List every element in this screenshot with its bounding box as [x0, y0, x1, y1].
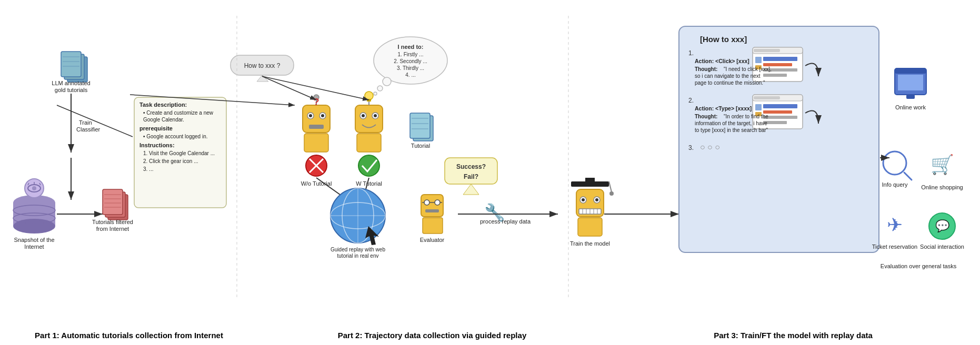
tutorial-book2 — [410, 113, 430, 138]
instr3: 3. ... — [143, 166, 153, 172]
thought2-text2: information of the target, i have — [695, 120, 767, 126]
w-label: W Tutorial — [356, 180, 382, 187]
instructions-title: Instructions: — [139, 142, 175, 148]
search-handle — [904, 172, 912, 180]
eval-body — [423, 218, 443, 234]
robot1-pupil-r — [321, 114, 324, 117]
monitor-stand — [906, 95, 915, 99]
thought2-text1: "In order to find the — [724, 114, 768, 119]
llm-book3 — [61, 52, 81, 77]
monitor-screen — [898, 75, 923, 90]
eye-pupil — [32, 186, 36, 190]
browser1-line1 — [763, 57, 797, 61]
thought-dot2 — [377, 86, 383, 91]
fail-text: Fail? — [464, 173, 478, 180]
llm-label1: LLM annotated — [52, 80, 90, 86]
eval-glass-r — [435, 200, 440, 205]
action2-label: Action: <Type> [xxxx] — [695, 105, 752, 111]
thought1-text1: "I need to click [xxx], — [724, 66, 772, 72]
train-model-label: Train the model — [570, 240, 610, 247]
grad-cap-stem — [585, 178, 595, 183]
eval-tasks-label: Evaluation over general tasks — [881, 263, 957, 269]
howto-bubble-text: How to xxx ? — [244, 62, 281, 69]
step1-num: 1. — [688, 49, 694, 57]
prereq-title: prerequisite — [139, 125, 173, 131]
robot2-head — [355, 105, 383, 133]
thought-2: 2. Secondly ... — [394, 58, 427, 64]
train-label: Train — [79, 119, 92, 126]
thought-dot3 — [374, 92, 377, 95]
eval-glass-l — [424, 200, 429, 205]
browser1-icon1 — [755, 57, 762, 63]
part1-label: Part 1: Automatic tutorials collection f… — [16, 331, 242, 340]
step3-dots: ○ ○ ○ — [700, 143, 720, 151]
tassel-end — [609, 191, 614, 196]
info-query-label: Info query — [882, 181, 908, 188]
airplane-icon: ✈ — [887, 214, 903, 236]
robot2-pupil-r — [374, 114, 377, 117]
diagram-svg: Snapshot of the Internet Tutorials filte… — [0, 0, 980, 326]
robot2-body — [357, 134, 381, 152]
task-desc-bullet2: Google Calendar. — [143, 117, 184, 123]
browser1-line4 — [763, 74, 787, 77]
instr1: 1. Visit the Google Calendar ... — [143, 150, 215, 156]
process-replay-label: process replay data — [480, 218, 531, 225]
llm-label2: gold tutorials — [55, 87, 88, 93]
action1-label: Action: <Click> [xxx] — [695, 58, 749, 64]
grad-pupil-l — [582, 198, 585, 201]
online-shopping-label: Online shopping — [921, 184, 963, 190]
thought-4: 4. ... — [405, 72, 415, 78]
step3-num: 3. — [688, 144, 694, 151]
howto-card-title: [How to xxx] — [700, 35, 747, 44]
robot1-body — [304, 134, 328, 152]
lightbulb — [365, 92, 373, 100]
thought1-text2: so i can navigate to the next — [695, 73, 761, 79]
prereq-bullet: • Google account logged in. — [143, 134, 207, 139]
snapshot-label2: Internet — [24, 243, 44, 250]
social-icon: 💬 — [935, 219, 950, 233]
robot2-pupil-l — [362, 114, 365, 117]
thought2-text3: to type [xxxx] in the search bar" — [695, 127, 768, 133]
tassel-line — [609, 181, 612, 192]
book3 — [103, 189, 123, 215]
step2-num: 2. — [688, 97, 694, 104]
arrow-howto-robot1 — [262, 76, 316, 100]
ticket-reservation-label: Ticket reservation — [872, 243, 917, 250]
snapshot-label1: Snapshot of the — [14, 237, 54, 243]
thought-ineed: I need to: — [398, 44, 424, 50]
robot1-pupil-l — [309, 114, 312, 117]
robot1-question: ? — [314, 97, 319, 107]
shopping-cart-icon: 🛒 — [931, 153, 954, 176]
thought-3: 3. Thirdly ... — [397, 65, 424, 71]
guided-replay-label1: Guided replay with web — [331, 247, 385, 252]
eval-robot-head — [421, 195, 443, 217]
browser2-icon1 — [755, 104, 762, 110]
thought1-text3: page to continue the mission." — [695, 80, 765, 86]
classifier-label: Classifier — [76, 126, 101, 133]
tutorials-label1: Tutorials filtered — [92, 219, 133, 225]
check-badge-circle — [358, 155, 379, 176]
success-text: Success? — [456, 163, 486, 170]
online-work-label: Online work — [895, 104, 926, 110]
browser2-line3 — [763, 116, 797, 119]
evaluator-label: Evaluator — [420, 237, 445, 243]
part2-label: Part 2: Trajectory data collection via g… — [274, 331, 590, 340]
thought-dot1 — [383, 77, 391, 86]
thought2-label: Thought: — [695, 114, 717, 119]
instr2: 2. Click the gear icon ... — [143, 158, 198, 164]
eval-mouth — [425, 209, 439, 212]
monitor-top — [895, 68, 926, 74]
browser2-url — [754, 96, 780, 99]
main-container: Snapshot of the Internet Tutorials filte… — [0, 0, 980, 345]
task-desc-title: Task description: — [139, 102, 187, 108]
thought-1: 1. Firstly ... — [398, 52, 424, 57]
grad-pupil-r — [595, 198, 598, 201]
thought1-label1: Thought: — [695, 66, 717, 72]
robot1-mouth — [309, 125, 324, 129]
db-bottom — [13, 219, 55, 234]
tutorial-label: Tutorial — [411, 143, 430, 149]
grad-body — [578, 218, 602, 236]
task-desc-bullet1: • Create and customize a new — [143, 110, 214, 116]
browser1-url — [754, 49, 780, 52]
social-interaction-label: Social interaction — [920, 243, 964, 250]
